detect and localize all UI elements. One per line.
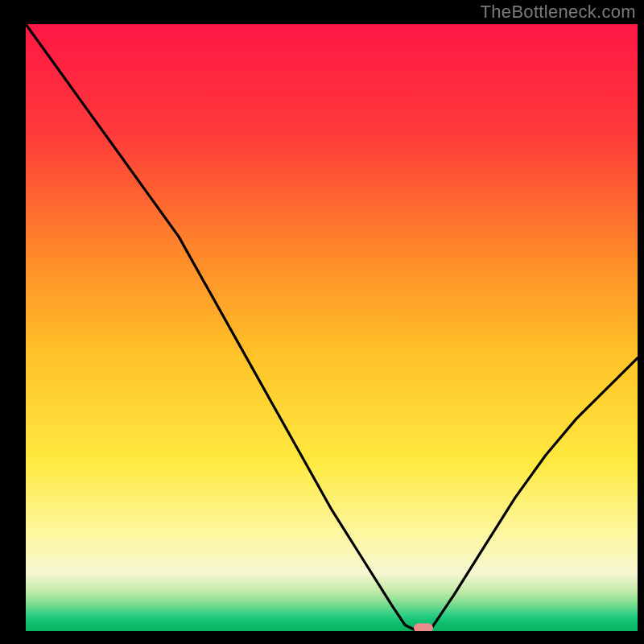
bottleneck-chart xyxy=(0,0,644,644)
plot-background xyxy=(26,24,638,631)
minimum-marker xyxy=(414,623,433,633)
chart-frame: TheBottleneck.com xyxy=(0,0,644,644)
watermark-text: TheBottleneck.com xyxy=(481,2,636,23)
